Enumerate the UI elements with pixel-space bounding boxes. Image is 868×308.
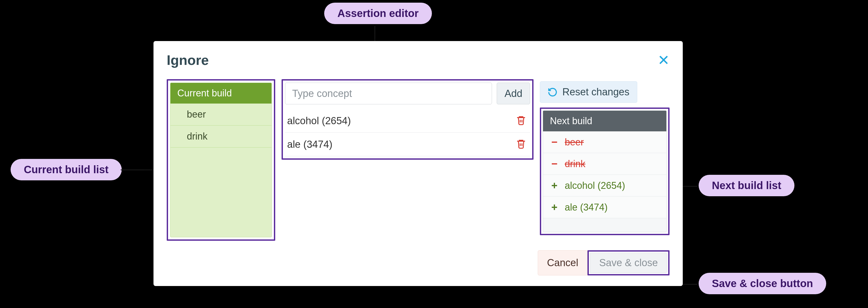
trash-icon[interactable] (516, 139, 526, 150)
next-build-item-label: drink (565, 158, 585, 169)
trash-icon[interactable] (516, 115, 526, 127)
annotation-assertion-editor: Assertion editor (324, 3, 432, 24)
next-build-item-added: + ale (3474) (543, 196, 666, 218)
current-build-panel: Current build beer drink (170, 83, 272, 237)
add-button[interactable]: Add (497, 83, 530, 104)
next-build-item-removed: − drink (543, 153, 666, 175)
current-build-item: drink (170, 125, 272, 147)
ignore-modal: Ignore ✕ Current build beer drink Add al… (154, 41, 683, 286)
editor-row-label: alcohol (2654) (287, 115, 351, 127)
close-icon[interactable]: ✕ (658, 53, 670, 67)
next-build-header: Next build (543, 111, 666, 131)
next-build-item-label: ale (3474) (565, 202, 608, 213)
current-build-item: beer (170, 104, 272, 125)
next-build-item-removed: − beer (543, 131, 666, 153)
modal-title: Ignore (167, 52, 209, 68)
current-build-panel-frame: Current build beer drink (167, 79, 275, 241)
current-build-header: Current build (170, 83, 272, 104)
plus-icon: + (549, 179, 559, 192)
modal-header: Ignore ✕ (167, 52, 670, 68)
editor-row: ale (3474) (285, 133, 530, 156)
minus-icon: − (549, 158, 559, 170)
editor-row-label: ale (3474) (287, 139, 332, 150)
editor-list: alcohol (2654) ale (3474) (285, 109, 530, 156)
next-build-panel: Next build − beer − drink + alcohol (265… (543, 110, 666, 232)
modal-footer: Cancel Save & close (167, 250, 670, 275)
annotation-current-build-list: Current build list (10, 159, 122, 180)
cancel-button[interactable]: Cancel (538, 250, 588, 275)
save-close-button[interactable]: Save & close (590, 253, 667, 273)
assertion-editor-frame: Add alcohol (2654) ale (3474) (282, 79, 533, 160)
reset-label: Reset changes (562, 86, 629, 98)
next-build-panel-frame: Next build − beer − drink + alcohol (265… (540, 108, 670, 235)
editor-top: Add (285, 83, 530, 104)
modal-columns: Current build beer drink Add alcohol (26… (167, 79, 670, 241)
next-build-item-label: alcohol (2654) (565, 180, 625, 191)
plus-icon: + (549, 201, 559, 213)
save-close-frame: Save & close (588, 250, 670, 275)
reset-changes-button[interactable]: Reset changes (540, 81, 637, 103)
minus-icon: − (549, 136, 559, 148)
undo-icon (548, 87, 558, 97)
concept-input[interactable] (285, 83, 492, 104)
annotation-save-close-button: Save & close button (699, 273, 826, 294)
annotation-next-build-list: Next build list (699, 175, 795, 196)
next-build-item-label: beer (565, 137, 584, 148)
right-column: Reset changes Next build − beer − drink … (540, 79, 670, 235)
next-build-item-added: + alcohol (2654) (543, 175, 666, 196)
editor-row: alcohol (2654) (285, 109, 530, 133)
